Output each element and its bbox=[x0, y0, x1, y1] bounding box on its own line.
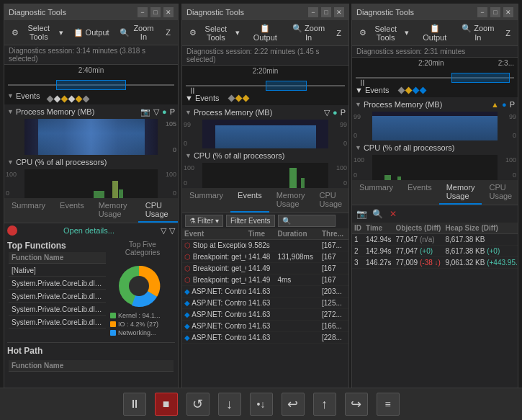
cpu-collapse-2[interactable]: ▼ CPU (% of all processors) bbox=[185, 150, 284, 161]
tab-events-3[interactable]: Events bbox=[400, 180, 439, 205]
mem-time-1: 142.94s bbox=[364, 246, 394, 257]
output-btn-3[interactable]: 📋 Output bbox=[416, 22, 453, 43]
timeline-2[interactable]: 2:20min ▼ Events ⏸ bbox=[182, 66, 348, 105]
table-row[interactable]: ◆ ASP.NET: Controller... 141.63 [125... bbox=[182, 298, 348, 309]
session-bar-1: Diagnostics session: 3:14 minutes (3.818… bbox=[4, 45, 178, 65]
table-row[interactable]: 1 142.94s 77,047 (n/a) 8,617.38 KB bbox=[352, 234, 518, 246]
stop-button[interactable]: ■ bbox=[155, 393, 178, 416]
event-icon-2: ⬡ bbox=[184, 264, 191, 272]
tab-summary-1[interactable]: Summary bbox=[4, 198, 53, 223]
output-btn-2[interactable]: 📋 Output bbox=[247, 22, 284, 43]
open-details-link[interactable]: Open details... bbox=[63, 226, 114, 235]
search-snapshot-btn[interactable]: 🔍 bbox=[371, 207, 384, 220]
timeline-1[interactable]: 2:40min ▼ Events bbox=[4, 65, 178, 104]
zoom-num-btn-1[interactable]: Z bbox=[163, 27, 174, 38]
tab-memory-1[interactable]: Memory Usage bbox=[91, 198, 138, 223]
zoom-in-btn-1[interactable]: 🔍 Zoom In bbox=[117, 22, 159, 43]
filter-events-btn[interactable]: Filter Events bbox=[226, 215, 275, 227]
table-row[interactable]: System.Private.CoreLib.dll(C... bbox=[9, 278, 106, 290]
table-row[interactable]: ◆ ASP.NET: Controller... 141.63 [166... bbox=[182, 321, 348, 332]
memory-fill-area-3 bbox=[372, 112, 498, 140]
timeline-3[interactable]: 2:20min 2:3... ▼ Events ⏸ bbox=[352, 58, 518, 97]
close-btn-1[interactable]: ✕ bbox=[163, 7, 174, 17]
table-row[interactable]: ⬡ Breakpoint: get_Ca... 141.49 [167 bbox=[182, 263, 348, 274]
rewind-button[interactable]: ↪ bbox=[345, 393, 368, 416]
delete-snapshot-btn[interactable]: ✕ bbox=[387, 207, 400, 220]
timeline-thumb-3[interactable] bbox=[451, 73, 510, 83]
select-tools-btn-3[interactable]: ⚙ Select Tools ▾ bbox=[356, 23, 412, 43]
tab-cpu-3[interactable]: CPU Usage bbox=[482, 180, 519, 205]
tab-events-2[interactable]: Events bbox=[230, 188, 269, 213]
table-row[interactable]: 3 146.27s 77,009 (-38 ↓) 9,061.32 KB (+4… bbox=[352, 257, 518, 269]
table-row[interactable]: ⬡ Breakpoint: get_Ca... 141.49 4ms [167 bbox=[182, 274, 348, 286]
timeline-thumb-1[interactable] bbox=[56, 80, 125, 90]
mem-bot-r-3: 0 bbox=[513, 132, 516, 139]
table-row[interactable]: ⬡ Stop at Exception:... 9.582s [167... bbox=[182, 240, 348, 251]
tab-events-1[interactable]: Events bbox=[53, 198, 91, 223]
cpu-collapse-1[interactable]: ▼ CPU (% of all processors) bbox=[7, 156, 107, 168]
table-row[interactable]: [Native] bbox=[9, 265, 106, 277]
zoom-z-btn-2[interactable]: Z bbox=[333, 27, 344, 39]
zoom-in-btn-3[interactable]: 🔍 Zoom In bbox=[457, 22, 498, 43]
cpu-graph-area-3 bbox=[372, 155, 498, 180]
zoom-in-btn-2[interactable]: 🔍 Zoom In bbox=[288, 22, 329, 43]
maximize-btn-1[interactable]: □ bbox=[150, 7, 161, 17]
restart-button[interactable]: ↺ bbox=[186, 393, 210, 416]
memory-collapse-1[interactable]: ▼ Process Memory (MB) bbox=[7, 106, 94, 117]
memory-icons-3: ▲ ● P bbox=[491, 100, 515, 109]
table-row[interactable]: ◆ ASP.NET: Controller... 141.63 [272... bbox=[182, 309, 348, 321]
close-btn-2[interactable]: ✕ bbox=[334, 7, 344, 17]
cpu-spike-3 bbox=[119, 189, 123, 198]
memory-collapse-2[interactable]: ▼ Process Memory (MB) bbox=[185, 107, 272, 118]
table-row[interactable]: ⬡ Breakpoint: get_Ca... 141.48 131,908ms… bbox=[182, 251, 348, 263]
event-icon-1: ⬡ bbox=[184, 253, 191, 261]
step-out-icon: ↩ bbox=[287, 396, 298, 412]
maximize-btn-3[interactable]: □ bbox=[490, 7, 500, 17]
minimize-btn-1[interactable]: − bbox=[138, 7, 148, 17]
table-row[interactable]: 2 142.94s 77,047 (+0) 8,617.38 KB (+0) bbox=[352, 246, 518, 257]
pause-button[interactable]: ⏸ bbox=[123, 393, 146, 416]
event-time-0: 9.582s bbox=[246, 240, 276, 251]
event-thread-3: [167 bbox=[320, 274, 348, 286]
tab-memory-2[interactable]: Memory Usage bbox=[269, 188, 312, 213]
filter-icon-2[interactable]: ▽ bbox=[169, 226, 175, 236]
tab-summary-3[interactable]: Summary bbox=[352, 180, 400, 205]
table-row[interactable]: System.Private.CoreLib.dll(C... bbox=[9, 291, 106, 303]
table-row[interactable]: ◆ ASP.NET: Controller... 141.63 [203... bbox=[182, 286, 348, 298]
table-row[interactable]: ◆ ASP.NET: Controller... 141.63 [228... bbox=[182, 332, 348, 344]
filter-btn[interactable]: ⚗ Filter ▾ bbox=[185, 215, 223, 227]
memory-table: ID Time Objects (Diff) Heap Size (Diff) … bbox=[352, 223, 518, 269]
select-tools-btn-2[interactable]: ⚙ Select Tools ▾ bbox=[186, 23, 243, 43]
table-row[interactable]: System.Private.CoreLib.dll(C... bbox=[9, 317, 106, 329]
close-btn-3[interactable]: ✕ bbox=[503, 7, 513, 17]
hot-path-title: Hot Path bbox=[7, 346, 175, 356]
maximize-btn-2[interactable]: □ bbox=[321, 7, 331, 17]
more-button[interactable]: ≡ bbox=[377, 393, 400, 416]
mem-objects-2: 77,009 (-38 ↓) bbox=[394, 257, 444, 269]
tab-summary-2[interactable]: Summary bbox=[182, 188, 230, 213]
minimize-btn-3[interactable]: − bbox=[477, 7, 487, 17]
memory-collapse-3[interactable]: ▼ Process Memory (MB) bbox=[355, 99, 442, 110]
step-into-button[interactable]: •↓ bbox=[250, 393, 273, 416]
tab-cpu-2[interactable]: CPU Usage bbox=[312, 188, 349, 213]
tab-cpu-1[interactable]: CPU Usage bbox=[138, 198, 178, 223]
title-controls-2: − □ ✕ bbox=[308, 7, 344, 17]
events-search-input[interactable] bbox=[278, 215, 336, 227]
cpu-spike-2-1 bbox=[289, 168, 297, 188]
select-tools-btn-1[interactable]: ⚙ Select Tools ▾ bbox=[9, 22, 66, 43]
take-snapshot-btn[interactable]: 📷 bbox=[355, 207, 368, 220]
step-out-button[interactable]: ↩ bbox=[282, 393, 305, 416]
tab-memory-3[interactable]: Memory Usage bbox=[439, 180, 482, 205]
table-row[interactable]: System.Private.CoreLib.dll(C... bbox=[9, 304, 106, 316]
blue-dot-3: ● bbox=[502, 100, 507, 109]
output-btn-1[interactable]: 📋 Output bbox=[71, 27, 112, 39]
minimize-btn-2[interactable]: − bbox=[308, 7, 318, 17]
step-back-button[interactable]: ↑ bbox=[313, 393, 336, 416]
timeline-thumb-2[interactable] bbox=[266, 81, 307, 91]
cpu-collapse-3[interactable]: ▼ CPU (% of all processors) bbox=[355, 142, 454, 153]
mem-fill-2 bbox=[215, 125, 316, 148]
zoom-z-btn-3[interactable]: Z bbox=[503, 27, 513, 39]
mem-heap-0: 8,617.38 KB bbox=[443, 234, 518, 246]
filter-icon-1[interactable]: ▽ bbox=[161, 226, 166, 236]
step-over-button[interactable]: ↓ bbox=[218, 393, 241, 416]
